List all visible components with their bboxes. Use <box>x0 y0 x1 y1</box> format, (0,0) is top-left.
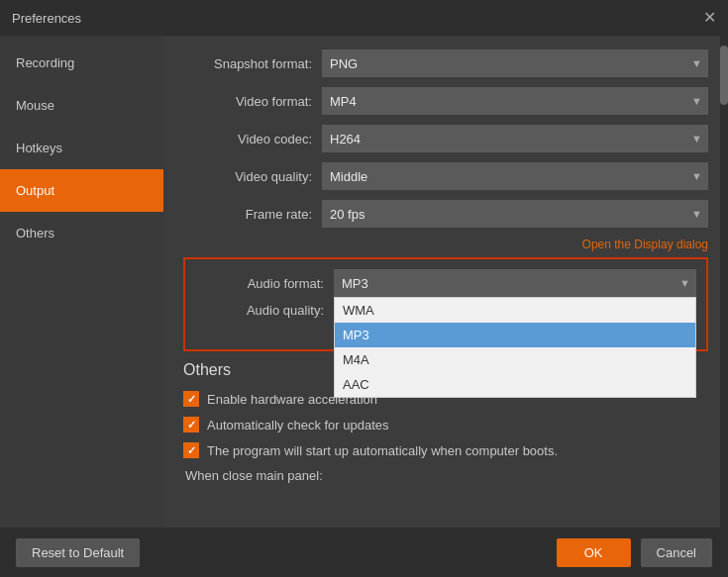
sidebar-item-hotkeys[interactable]: Hotkeys <box>0 127 163 169</box>
frame-rate-label: Frame rate: <box>183 207 322 222</box>
scrollbar-track <box>720 36 728 528</box>
frame-rate-row: Frame rate: 20 fps ▼ <box>183 200 708 228</box>
video-quality-wrapper: Middle ▼ <box>322 162 708 190</box>
video-codec-select[interactable]: H264 <box>322 125 708 152</box>
reset-to-default-button[interactable]: Reset to Default <box>16 538 140 567</box>
preferences-dialog: Preferences ✕ Recording Mouse Hotkeys Ou… <box>0 0 728 577</box>
scrollbar-thumb[interactable] <box>720 46 728 105</box>
video-format-row: Video format: MP4 ▼ <box>183 87 708 115</box>
audio-format-row: Audio format: MP3 ▼ WMA MP3 M4A AAC <box>195 269 696 297</box>
title-bar: Preferences ✕ <box>0 0 728 36</box>
content-area: Recording Mouse Hotkeys Output Others Sn… <box>0 36 728 528</box>
footer-right-buttons: OK Cancel <box>557 538 712 567</box>
auto-start-checkbox[interactable] <box>183 442 199 458</box>
sidebar-item-recording[interactable]: Recording <box>0 42 163 84</box>
close-button[interactable]: ✕ <box>703 10 716 26</box>
sidebar-item-output[interactable]: Output <box>0 169 163 212</box>
audio-option-m4a[interactable]: M4A <box>335 347 695 372</box>
video-codec-label: Video codec: <box>183 132 322 146</box>
video-codec-wrapper: H264 ▼ <box>322 125 708 152</box>
checkbox-auto-check: Automatically check for updates <box>183 417 708 433</box>
snapshot-format-wrapper: PNG ▼ <box>322 49 708 77</box>
auto-check-label: Automatically check for updates <box>207 418 389 433</box>
dialog-title: Preferences <box>12 11 81 26</box>
auto-start-label: The program will start up automatically … <box>207 443 558 458</box>
frame-rate-wrapper: 20 fps ▼ <box>322 200 708 228</box>
hw-accel-checkbox[interactable] <box>183 391 199 407</box>
footer: Reset to Default OK Cancel <box>0 528 728 577</box>
sidebar-item-others[interactable]: Others <box>0 212 163 254</box>
auto-check-checkbox[interactable] <box>183 417 199 433</box>
audio-format-select[interactable]: MP3 <box>334 269 696 297</box>
audio-quality-label: Audio quality: <box>195 303 334 318</box>
video-codec-row: Video codec: H264 ▼ <box>183 125 708 152</box>
audio-option-mp3[interactable]: MP3 <box>335 323 695 347</box>
snapshot-format-select[interactable]: PNG <box>322 49 708 77</box>
snapshot-format-label: Snapshot format: <box>183 56 322 71</box>
video-format-wrapper: MP4 ▼ <box>322 87 708 115</box>
display-dialog-row: Open the Display dialog <box>183 238 708 251</box>
video-quality-label: Video quality: <box>183 169 322 184</box>
audio-format-dropdown: WMA MP3 M4A AAC <box>334 297 696 398</box>
open-display-dialog-link[interactable]: Open the Display dialog <box>582 238 708 251</box>
video-quality-select[interactable]: Middle <box>322 162 708 190</box>
main-content: Snapshot format: PNG ▼ Video format: MP4… <box>163 36 728 528</box>
frame-rate-select[interactable]: 20 fps <box>322 200 708 228</box>
video-format-select[interactable]: MP4 <box>322 87 708 115</box>
audio-option-aac[interactable]: AAC <box>335 372 695 397</box>
audio-section: Audio format: MP3 ▼ WMA MP3 M4A AAC <box>183 257 708 351</box>
ok-button[interactable]: OK <box>557 538 631 567</box>
sidebar: Recording Mouse Hotkeys Output Others <box>0 36 163 528</box>
when-close-label: When close main panel: <box>183 468 708 483</box>
video-quality-row: Video quality: Middle ▼ <box>183 162 708 190</box>
snapshot-format-row: Snapshot format: PNG ▼ <box>183 49 708 77</box>
sidebar-item-mouse[interactable]: Mouse <box>0 84 163 127</box>
cancel-button[interactable]: Cancel <box>641 538 712 567</box>
audio-format-label: Audio format: <box>195 276 334 291</box>
audio-option-wma[interactable]: WMA <box>335 298 695 323</box>
audio-format-wrapper: MP3 ▼ WMA MP3 M4A AAC <box>334 269 696 297</box>
checkbox-auto-start: The program will start up automatically … <box>183 442 708 458</box>
video-format-label: Video format: <box>183 94 322 109</box>
